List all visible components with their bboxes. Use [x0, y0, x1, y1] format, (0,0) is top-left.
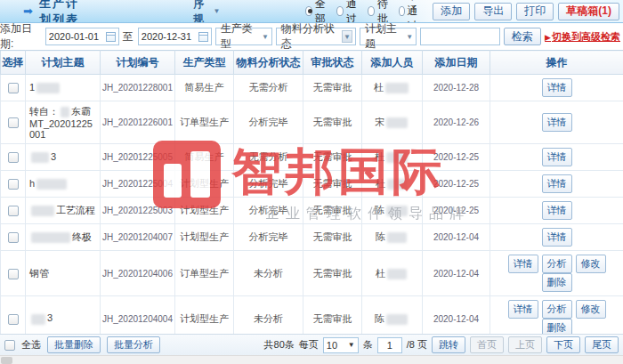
- row-checkbox[interactable]: [8, 117, 19, 128]
- action-detail-button[interactable]: 详情: [542, 78, 572, 97]
- row-checkbox[interactable]: [8, 152, 19, 163]
- row-checkbox[interactable]: [8, 269, 19, 279]
- action-analyze-button[interactable]: 分析: [542, 255, 572, 273]
- radio-全部[interactable]: 全部: [305, 0, 328, 23]
- triangle-right-icon: ▶: [545, 33, 551, 42]
- prev-page-button[interactable]: 上页: [508, 336, 542, 353]
- calendar-icon[interactable]: [198, 32, 208, 42]
- filter-selects: 生产类型▼物料分析状态▼计划主题▼: [215, 28, 417, 45]
- date-to-input[interactable]: [142, 29, 195, 44]
- added-date-cell: 2020-12-25: [423, 144, 490, 171]
- operations-cell: 详情分析修改删除: [490, 251, 623, 296]
- action-analyze-button[interactable]: 分析: [542, 300, 572, 319]
- action-detail-button[interactable]: 详情: [508, 300, 538, 319]
- action-detail-button[interactable]: 详情: [542, 113, 572, 132]
- action-detail-button[interactable]: 详情: [542, 174, 572, 193]
- radio-icon: [368, 6, 375, 16]
- per-page-select[interactable]: 10 ▼: [323, 337, 359, 353]
- sort-rule-dropdown[interactable]: 排序规则 ▼: [193, 0, 220, 23]
- batch-analyze-button[interactable]: 批量分析: [107, 336, 160, 353]
- plan-theme-cell: 转自：东霸MT_20201225001: [26, 101, 101, 144]
- page-number-input[interactable]: [377, 337, 402, 353]
- redaction-blur: [31, 314, 45, 325]
- column-header[interactable]: 选择: [1, 51, 26, 75]
- redaction-blur: [31, 232, 70, 243]
- footer-bar: 全选 批量删除 批量分析 共80条 每页 10 ▼ 条 /8 页 跳转 首页 上…: [0, 334, 623, 355]
- per-page-label: 每页: [299, 338, 319, 352]
- title-bar: ➡ 生产计划列表 排序规则 ▼ 全部通过待批未通过 添加 导出 打印 草稿箱(1…: [0, 0, 623, 23]
- person-name: 陈: [375, 313, 384, 324]
- plan-number-cell: JH_20201204006: [101, 251, 175, 296]
- column-header[interactable]: 计划编号: [101, 51, 175, 75]
- redaction-blur: [385, 83, 409, 93]
- first-page-button[interactable]: 首页: [470, 336, 504, 353]
- next-page-button[interactable]: 下页: [546, 336, 580, 353]
- plan-number-cell: JH_20201225003: [101, 198, 175, 224]
- redaction-blur: [387, 232, 407, 243]
- redaction-blur: [386, 314, 408, 325]
- radio-icon: [305, 6, 312, 16]
- keyword-input[interactable]: [420, 28, 500, 45]
- action-edit-button[interactable]: 修改: [576, 255, 606, 273]
- material-status-cell: 无需分析: [234, 144, 303, 171]
- calendar-icon[interactable]: [106, 32, 116, 42]
- operations-cell: 详情: [490, 224, 623, 251]
- row-checkbox[interactable]: [8, 83, 19, 93]
- added-person-cell: 陈: [362, 224, 423, 251]
- add-button[interactable]: 添加: [433, 3, 470, 20]
- row-checkbox[interactable]: [8, 206, 19, 216]
- radio-icon: [399, 6, 404, 16]
- table-row: 转自：东霸MT_20201225001JH_20201226001订单型生产分析…: [1, 101, 623, 144]
- table-row: 钢管JH_20201204006订单型生产未分析无需审批杜2020-12-04详…: [1, 251, 623, 296]
- status-radio-group: 全部通过待批未通过: [305, 0, 422, 23]
- batch-delete-button[interactable]: 批量删除: [47, 336, 101, 353]
- row-checkbox[interactable]: [8, 179, 19, 190]
- last-page-button[interactable]: 尾页: [585, 336, 619, 353]
- column-header[interactable]: 审批状态: [303, 51, 362, 75]
- select-all-checkbox[interactable]: [4, 340, 15, 351]
- column-header[interactable]: 物料分析状态: [234, 51, 303, 75]
- action-detail-button[interactable]: 详情: [542, 228, 572, 247]
- horizontal-scrollbar[interactable]: [0, 355, 623, 364]
- pagination: 共80条 每页 10 ▼ 条 /8 页 跳转 首页 上页 下页 尾页: [264, 336, 619, 353]
- select-cell: [1, 251, 26, 296]
- action-delete-button[interactable]: 删除: [542, 273, 572, 292]
- person-name: 陈: [375, 205, 384, 215]
- select-value: 生产类型: [221, 21, 256, 52]
- footer-left: 全选 批量删除 批量分析: [4, 336, 160, 353]
- row-checkbox[interactable]: [8, 232, 19, 243]
- table-row: 工艺流程JH_20201225003计划型生产分析完毕无需审批陈2020-12-…: [1, 198, 623, 224]
- date-from-input[interactable]: [49, 29, 102, 44]
- added-person-cell: 杜: [362, 75, 423, 101]
- radio-未通过[interactable]: 未通过: [399, 0, 422, 23]
- plan-number-cell: JH_20201225005: [101, 144, 175, 171]
- action-detail-button[interactable]: 详情: [542, 201, 572, 220]
- approval-status-cell: 无需审批: [303, 101, 362, 144]
- column-header[interactable]: 添加日期: [423, 51, 490, 75]
- column-header[interactable]: 添加人员: [362, 51, 423, 75]
- export-button[interactable]: 导出: [474, 3, 512, 20]
- column-header[interactable]: 生产类型: [175, 51, 234, 75]
- column-header[interactable]: 操作: [490, 51, 623, 75]
- search-button[interactable]: 检索: [504, 28, 541, 45]
- action-detail-button[interactable]: 详情: [542, 148, 572, 166]
- radio-通过[interactable]: 通过: [336, 0, 360, 23]
- row-checkbox[interactable]: [8, 314, 19, 325]
- jump-button[interactable]: 跳转: [432, 336, 465, 353]
- filter-select-1[interactable]: 物料分析状态▼: [276, 28, 356, 45]
- filter-select-0[interactable]: 生产类型▼: [215, 28, 272, 45]
- action-detail-button[interactable]: 详情: [508, 255, 538, 273]
- material-status-cell: 未分析: [234, 251, 303, 296]
- action-edit-button[interactable]: 修改: [576, 300, 606, 319]
- radio-待批[interactable]: 待批: [368, 0, 391, 23]
- print-button[interactable]: 打印: [516, 3, 554, 20]
- person-name: 杜: [376, 268, 385, 279]
- filter-select-2[interactable]: 计划主题▼: [360, 28, 417, 45]
- scrollbar-thumb[interactable]: [1, 357, 12, 364]
- advanced-search-link[interactable]: ▶切换到高级检索: [545, 30, 620, 44]
- column-header[interactable]: 计划主题: [26, 51, 101, 75]
- redaction-blur: [386, 152, 408, 163]
- operations-cell: 详情: [490, 101, 623, 144]
- production-type-cell: 简易生产: [175, 75, 234, 101]
- draftbox-button[interactable]: 草稿箱(1): [558, 3, 619, 20]
